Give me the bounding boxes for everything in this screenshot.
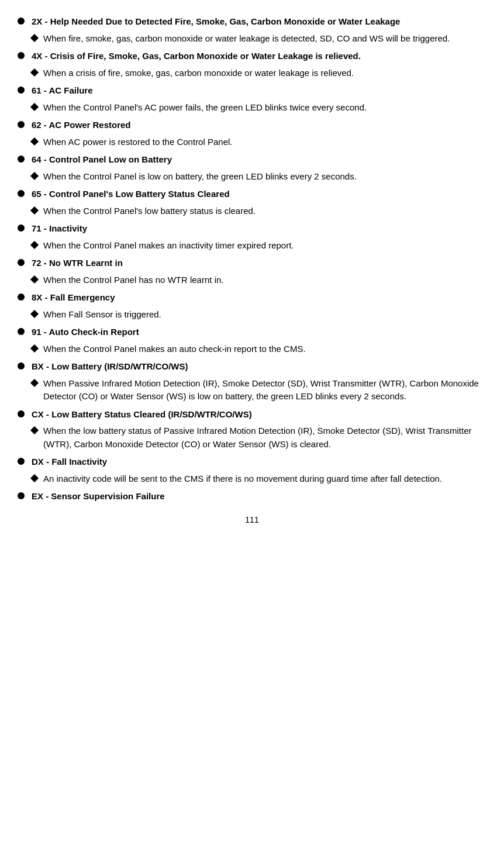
circle-bullet-icon <box>18 362 25 369</box>
main-item-item-ex: EX - Sensor Supervision Failure <box>18 490 486 503</box>
page-number: 111 <box>18 515 486 524</box>
sub-list-item-bx: When Passive Infrared Motion Detection (… <box>32 377 486 403</box>
sub-item-text: An inactivity code will be sent to the C… <box>43 472 442 486</box>
sub-item-sub-72-1: When the Control Panel has no WTR learnt… <box>32 274 486 287</box>
sub-item-text: When the Control Panel has no WTR learnt… <box>43 274 223 287</box>
sub-list-item-62: When AC power is restored to the Control… <box>32 136 486 149</box>
main-item-item-cx: CX - Low Battery Status Cleared (IR/SD/W… <box>18 408 486 422</box>
main-item-label: 72 - No WTR Learnt in <box>32 257 123 270</box>
main-item-item-65: 65 - Control Panel's Low Battery Status … <box>18 188 486 201</box>
main-item-label: 62 - AC Power Restored <box>32 119 131 132</box>
sub-item-sub-dx-1: An inactivity code will be sent to the C… <box>32 472 486 486</box>
circle-bullet-icon <box>18 52 25 59</box>
main-item-label: 65 - Control Panel's Low Battery Status … <box>32 188 230 201</box>
sub-item-sub-91-1: When the Control Panel makes an auto che… <box>32 343 486 356</box>
main-item-label: 64 - Control Panel Low on Battery <box>32 153 172 167</box>
circle-bullet-icon <box>18 293 25 301</box>
diamond-bullet-icon <box>30 102 39 110</box>
sub-list-item-dx: An inactivity code will be sent to the C… <box>32 472 486 486</box>
sub-item-text: When the Control Panel makes an auto che… <box>43 343 306 356</box>
diamond-bullet-icon <box>30 137 39 145</box>
sub-list-item-71: When the Control Panel makes an inactivi… <box>32 239 486 253</box>
circle-bullet-icon <box>18 18 25 25</box>
sub-item-sub-62-1: When AC power is restored to the Control… <box>32 136 486 149</box>
circle-bullet-icon <box>18 121 25 128</box>
diamond-bullet-icon <box>30 344 39 352</box>
main-item-label: 91 - Auto Check-in Report <box>32 326 139 339</box>
sub-list-item-72: When the Control Panel has no WTR learnt… <box>32 274 486 287</box>
main-item-item-4x: 4X - Crisis of Fire, Smoke, Gas, Carbon … <box>18 50 486 63</box>
sub-item-sub-2x-1: When fire, smoke, gas, carbon monoxide o… <box>32 32 486 46</box>
sub-list-item-cx: When the low battery status of Passive I… <box>32 424 486 451</box>
circle-bullet-icon <box>18 156 25 163</box>
sub-item-sub-8x-1: When Fall Sensor is triggered. <box>32 308 486 322</box>
sub-item-sub-71-1: When the Control Panel makes an inactivi… <box>32 239 486 253</box>
main-item-item-71: 71 - Inactivity <box>18 222 486 236</box>
main-item-label: EX - Sensor Supervision Failure <box>32 490 165 503</box>
main-item-label: 8X - Fall Emergency <box>32 291 115 305</box>
main-item-label: 4X - Crisis of Fire, Smoke, Gas, Carbon … <box>32 50 361 63</box>
sub-item-text: When the Control Panel's AC power fails,… <box>43 101 367 115</box>
diamond-bullet-icon <box>30 206 39 214</box>
sub-item-text: When the low battery status of Passive I… <box>43 424 486 451</box>
sub-list-item-64: When the Control Panel is low on battery… <box>32 170 486 184</box>
diamond-bullet-icon <box>30 426 39 434</box>
circle-bullet-icon <box>18 328 25 335</box>
sub-item-text: When Fall Sensor is triggered. <box>43 308 161 322</box>
sub-list-item-65: When the Control Panel's low battery sta… <box>32 205 486 218</box>
circle-bullet-icon <box>18 225 25 232</box>
main-item-label: DX - Fall Inactivity <box>32 455 107 469</box>
sub-item-text: When the Control Panel is low on battery… <box>43 170 357 184</box>
main-content-list: 2X - Help Needed Due to Detected Fire, S… <box>18 15 486 503</box>
sub-list-item-8x: When Fall Sensor is triggered. <box>32 308 486 322</box>
main-item-item-64: 64 - Control Panel Low on Battery <box>18 153 486 167</box>
sub-item-sub-61-1: When the Control Panel's AC power fails,… <box>32 101 486 115</box>
sub-item-text: When the Control Panel's low battery sta… <box>43 205 256 218</box>
sub-item-text: When fire, smoke, gas, carbon monoxide o… <box>43 32 450 46</box>
diamond-bullet-icon <box>30 33 39 42</box>
main-item-item-62: 62 - AC Power Restored <box>18 119 486 132</box>
circle-bullet-icon <box>18 259 25 266</box>
sub-item-sub-4x-1: When a crisis of fire, smoke, gas, carbo… <box>32 67 486 80</box>
circle-bullet-icon <box>18 458 25 465</box>
diamond-bullet-icon <box>30 240 39 248</box>
main-item-item-72: 72 - No WTR Learnt in <box>18 257 486 270</box>
main-item-label: 2X - Help Needed Due to Detected Fire, S… <box>32 15 400 29</box>
sub-item-sub-cx-1: When the low battery status of Passive I… <box>32 424 486 451</box>
sub-list-item-2x: When fire, smoke, gas, carbon monoxide o… <box>32 32 486 46</box>
main-item-item-91: 91 - Auto Check-in Report <box>18 326 486 339</box>
diamond-bullet-icon <box>30 378 39 386</box>
main-item-item-dx: DX - Fall Inactivity <box>18 455 486 469</box>
sub-item-text: When a crisis of fire, smoke, gas, carbo… <box>43 67 354 80</box>
circle-bullet-icon <box>18 492 25 499</box>
main-item-item-61: 61 - AC Failure <box>18 84 486 98</box>
circle-bullet-icon <box>18 87 25 94</box>
main-item-label: 61 - AC Failure <box>32 84 92 98</box>
circle-bullet-icon <box>18 190 25 197</box>
main-item-label: CX - Low Battery Status Cleared (IR/SD/W… <box>32 408 252 422</box>
main-item-label: BX - Low Battery (IR/SD/WTR/CO/WS) <box>32 360 188 374</box>
main-item-item-bx: BX - Low Battery (IR/SD/WTR/CO/WS) <box>18 360 486 374</box>
main-item-item-8x: 8X - Fall Emergency <box>18 291 486 305</box>
sub-item-sub-65-1: When the Control Panel's low battery sta… <box>32 205 486 218</box>
diamond-bullet-icon <box>30 171 39 179</box>
main-item-label: 71 - Inactivity <box>32 222 87 236</box>
sub-item-sub-64-1: When the Control Panel is low on battery… <box>32 170 486 184</box>
sub-list-item-61: When the Control Panel's AC power fails,… <box>32 101 486 115</box>
sub-item-text: When AC power is restored to the Control… <box>43 136 233 149</box>
main-item-item-2x: 2X - Help Needed Due to Detected Fire, S… <box>18 15 486 29</box>
sub-item-text: When the Control Panel makes an inactivi… <box>43 239 294 253</box>
sub-list-item-4x: When a crisis of fire, smoke, gas, carbo… <box>32 67 486 80</box>
sub-list-item-91: When the Control Panel makes an auto che… <box>32 343 486 356</box>
diamond-bullet-icon <box>30 474 39 482</box>
diamond-bullet-icon <box>30 275 39 283</box>
circle-bullet-icon <box>18 410 25 417</box>
sub-item-sub-bx-1: When Passive Infrared Motion Detection (… <box>32 377 486 403</box>
diamond-bullet-icon <box>30 309 39 317</box>
sub-item-text: When Passive Infrared Motion Detection (… <box>43 377 486 403</box>
diamond-bullet-icon <box>30 68 39 76</box>
